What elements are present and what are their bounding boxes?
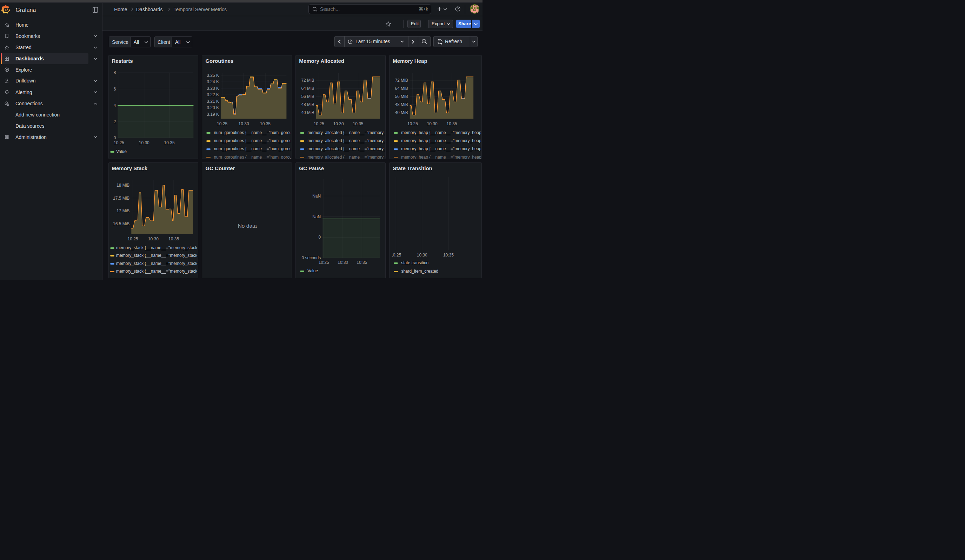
svg-text:3.22 K: 3.22 K	[207, 92, 219, 97]
svg-text:10:35: 10:35	[443, 253, 454, 258]
svg-text:6: 6	[113, 87, 116, 91]
svg-text:0: 0	[113, 136, 116, 140]
svg-text:10:25: 10:25	[391, 253, 401, 258]
svg-text:18 MiB: 18 MiB	[116, 183, 129, 188]
svg-text:10:25: 10:25	[217, 121, 227, 126]
svg-text:48 MiB: 48 MiB	[301, 102, 314, 107]
svg-text:16.5 MiB: 16.5 MiB	[113, 221, 129, 226]
svg-text:0: 0	[319, 235, 321, 240]
svg-text:3.24 K: 3.24 K	[207, 79, 219, 84]
svg-text:2: 2	[113, 119, 116, 124]
svg-text:10:25: 10:25	[314, 121, 324, 126]
svg-text:10:25: 10:25	[319, 260, 329, 265]
svg-text:3.23 K: 3.23 K	[207, 86, 219, 91]
svg-text:64 MiB: 64 MiB	[395, 86, 408, 91]
svg-text:8: 8	[113, 70, 116, 75]
svg-text:0 seconds: 0 seconds	[302, 255, 321, 260]
svg-text:10:30: 10:30	[334, 121, 344, 126]
svg-text:10:30: 10:30	[427, 121, 438, 126]
svg-text:4: 4	[113, 103, 116, 108]
svg-text:64 MiB: 64 MiB	[301, 86, 314, 91]
svg-text:10:35: 10:35	[260, 121, 271, 126]
svg-text:10:25: 10:25	[114, 140, 124, 145]
svg-text:10:30: 10:30	[139, 140, 149, 145]
svg-text:10:35: 10:35	[357, 260, 367, 265]
svg-text:17 MiB: 17 MiB	[116, 208, 129, 213]
svg-text:10:30: 10:30	[148, 237, 158, 242]
svg-text:10:25: 10:25	[407, 121, 418, 126]
svg-text:3.21 K: 3.21 K	[207, 99, 219, 104]
svg-text:3.25 K: 3.25 K	[207, 73, 219, 78]
svg-text:NaN: NaN	[312, 193, 321, 198]
svg-text:10:25: 10:25	[128, 237, 138, 242]
svg-text:48 MiB: 48 MiB	[395, 102, 408, 107]
svg-text:40 MiB: 40 MiB	[395, 110, 408, 115]
svg-text:56 MiB: 56 MiB	[301, 94, 314, 99]
svg-text:10:35: 10:35	[447, 121, 457, 126]
svg-text:10:30: 10:30	[417, 253, 427, 258]
svg-text:10:30: 10:30	[239, 121, 249, 126]
svg-text:10:35: 10:35	[168, 237, 179, 242]
svg-text:17.5 MiB: 17.5 MiB	[113, 196, 129, 200]
svg-text:40 MiB: 40 MiB	[301, 110, 314, 115]
svg-text:NaN: NaN	[312, 214, 321, 219]
svg-text:72 MiB: 72 MiB	[301, 78, 314, 83]
svg-text:3.19 K: 3.19 K	[207, 112, 219, 117]
svg-text:3.20 K: 3.20 K	[207, 105, 219, 110]
svg-text:72 MiB: 72 MiB	[395, 78, 408, 83]
svg-text:10:35: 10:35	[353, 121, 363, 126]
svg-text:10:35: 10:35	[164, 140, 174, 145]
svg-text:10:30: 10:30	[338, 260, 348, 265]
svg-text:56 MiB: 56 MiB	[395, 94, 408, 99]
